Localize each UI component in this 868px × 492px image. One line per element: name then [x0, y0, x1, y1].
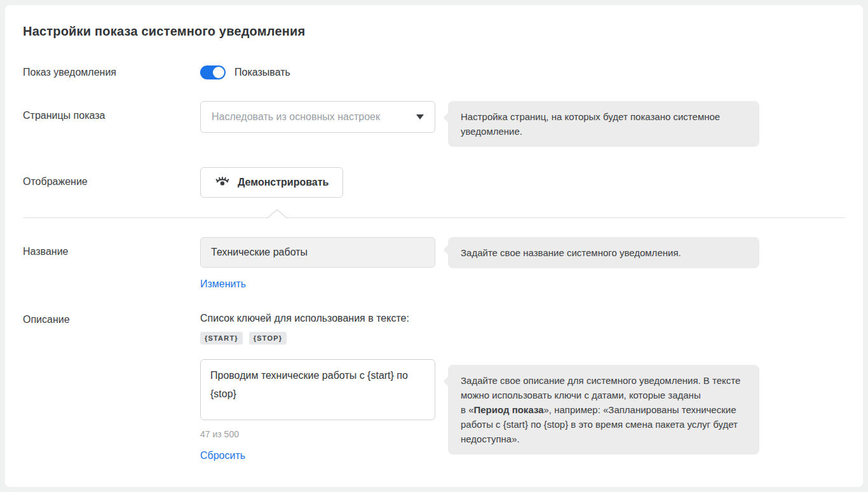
display-pages-label: Страницы показа: [23, 101, 200, 121]
name-input[interactable]: [200, 237, 435, 268]
key-chip-stop[interactable]: {STOP}: [249, 332, 287, 345]
display-mode-label: Отображение: [23, 167, 200, 188]
row-show-notification: Показ уведомления Показывать: [23, 65, 850, 79]
row-display-mode: Отображение Демонстри: [23, 167, 850, 198]
select-placeholder: Наследовать из основных настроек: [212, 111, 380, 123]
help-tail: [444, 376, 454, 387]
show-notification-toggle[interactable]: [200, 65, 226, 79]
row-display-pages: Страницы показа Наследовать из основных …: [23, 101, 850, 147]
demonstrate-button-label: Демонстрировать: [238, 177, 329, 188]
name-help: Задайте свое название системного уведомл…: [448, 237, 759, 268]
show-notification-label: Показ уведомления: [23, 65, 200, 78]
reset-link[interactable]: Сбросить: [200, 450, 245, 461]
char-counter: 47 из 500: [200, 429, 435, 439]
chevron-down-icon: [416, 114, 424, 120]
demonstrate-button[interactable]: Демонстрировать: [200, 167, 343, 198]
help-tail: [444, 245, 454, 256]
change-link[interactable]: Изменить: [200, 278, 246, 290]
help-tail: [444, 113, 454, 123]
display-pages-help: Настройка страниц, на которых будет пока…: [448, 101, 759, 147]
key-chip-start[interactable]: {START}: [200, 332, 243, 345]
divider-notch-icon: [267, 209, 287, 219]
eye-closed-icon: [215, 175, 230, 190]
display-pages-select[interactable]: Наследовать из основных настроек: [200, 101, 435, 133]
row-description: Описание Список ключей для использования…: [23, 313, 850, 461]
description-textarea[interactable]: Проводим технические работы с {start} по…: [200, 359, 435, 420]
settings-card: Настройки показа системного уведомления …: [5, 5, 863, 487]
row-name: Название Изменить Задайте свое название …: [23, 237, 850, 290]
name-label: Название: [23, 237, 200, 257]
keys-list-label: Список ключей для использования в тексте…: [200, 313, 435, 324]
key-chips: {START} {STOP}: [200, 332, 435, 345]
description-help: Задайте свое описание для системного уве…: [448, 365, 759, 454]
page-background: Настройки показа системного уведомления …: [0, 0, 868, 492]
description-label: Описание: [23, 313, 200, 325]
toggle-knob: [213, 67, 224, 78]
section-divider: [23, 217, 845, 218]
toggle-state-label: Показывать: [234, 67, 290, 78]
page-title: Настройки показа системного уведомления: [23, 24, 850, 39]
